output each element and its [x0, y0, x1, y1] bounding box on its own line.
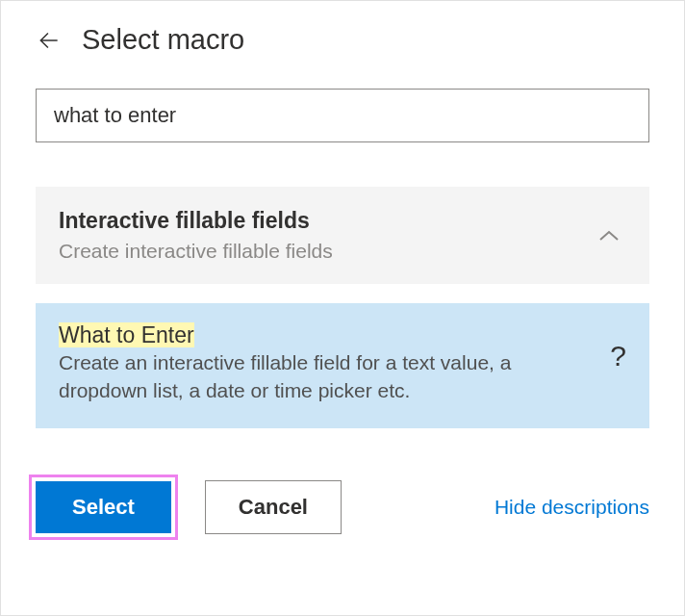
macro-title: What to Enter: [59, 322, 194, 347]
select-button-highlight: Select: [29, 475, 178, 540]
category-title: Interactive fillable fields: [59, 208, 592, 234]
back-arrow-icon[interactable]: [36, 27, 63, 54]
cancel-button[interactable]: Cancel: [205, 480, 342, 534]
chevron-up-icon[interactable]: [592, 218, 626, 253]
macro-item[interactable]: What to Enter Create an interactive fill…: [36, 303, 649, 428]
macro-text: What to Enter Create an interactive fill…: [59, 322, 610, 405]
macro-description: Create an interactive fillable field for…: [59, 348, 598, 405]
category-text: Interactive fillable fields Create inter…: [59, 208, 592, 263]
category-row[interactable]: Interactive fillable fields Create inter…: [36, 187, 649, 284]
macro-title-wrap: What to Enter: [59, 322, 598, 348]
hide-descriptions-link[interactable]: Hide descriptions: [495, 496, 649, 519]
help-icon[interactable]: ?: [610, 322, 626, 372]
dialog-body: Select macro Interactive fillable fields…: [1, 1, 684, 428]
category-description: Create interactive fillable fields: [59, 240, 592, 263]
dialog-footer: Select Cancel Hide descriptions: [1, 475, 684, 540]
select-button[interactable]: Select: [36, 481, 171, 533]
dialog-title: Select macro: [82, 24, 244, 56]
dialog-header: Select macro: [36, 24, 649, 56]
search-input[interactable]: [36, 89, 649, 142]
